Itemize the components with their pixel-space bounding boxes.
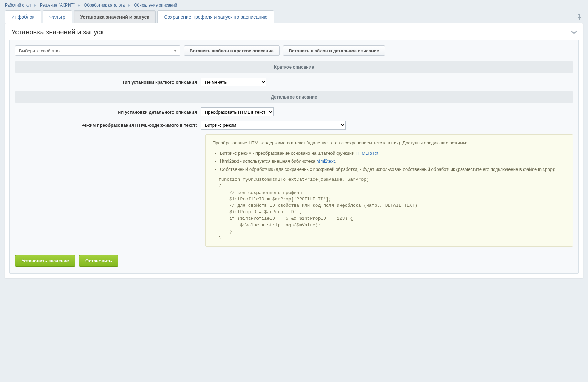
breadcrumb-item[interactable]: Рабочий стол bbox=[5, 3, 31, 8]
help-item: Html2text - используется внешняя библиот… bbox=[220, 158, 566, 165]
help-item: Собственный обработчик (для сохраненных … bbox=[220, 166, 566, 173]
detail-type-select[interactable]: Преобразовать HTML в текст bbox=[201, 107, 274, 116]
tab-set-values[interactable]: Установка значений и запуск bbox=[74, 10, 156, 23]
chevron-right-icon: ▸ bbox=[34, 3, 36, 8]
link-html2text[interactable]: html2text bbox=[316, 158, 335, 164]
chevron-right-icon: ▸ bbox=[128, 3, 130, 8]
link-htmltotxt[interactable]: HTMLToTxt bbox=[356, 151, 378, 156]
breadcrumb-item[interactable]: Обновление описаний bbox=[134, 3, 177, 8]
breadcrumb-item[interactable]: Решения "АКРИТ" bbox=[40, 3, 75, 8]
property-select[interactable]: Выберите свойство bbox=[15, 45, 180, 56]
section-short-description: Краткое описание bbox=[15, 61, 573, 73]
detail-type-label: Тип установки детального описания bbox=[15, 110, 201, 115]
short-type-label: Тип установки краткого описания bbox=[15, 80, 201, 85]
tab-save-profile[interactable]: Сохранение профиля и запуск по расписани… bbox=[157, 10, 274, 23]
apply-button[interactable]: Установить значение bbox=[15, 255, 75, 267]
section-detail-description: Детальное описание bbox=[15, 91, 573, 103]
pin-icon[interactable] bbox=[576, 12, 583, 23]
code-sample: function MyOnCustomHtmlToTextCatPrice(&$… bbox=[219, 177, 566, 241]
short-type-select[interactable]: Не менять bbox=[201, 78, 266, 86]
stop-button[interactable]: Остановить bbox=[79, 255, 118, 267]
help-intro: Преобразование HTML-содержимого в текст … bbox=[212, 140, 566, 146]
tab-filter[interactable]: Фильтр bbox=[43, 10, 72, 23]
tabs: Инфоблок Фильтр Установка значений и зап… bbox=[0, 10, 588, 23]
insert-detail-template-button[interactable]: Вставить шаблон в детальное описание bbox=[283, 45, 385, 56]
breadcrumb: Рабочий стол ▸ Решения "АКРИТ" ▸ Обработ… bbox=[0, 0, 588, 10]
tab-infoblock[interactable]: Инфоблок bbox=[5, 10, 41, 23]
insert-short-template-button[interactable]: Вставить шаблон в краткое описание bbox=[184, 45, 280, 56]
help-panel: Преобразование HTML-содержимого в текст … bbox=[205, 134, 573, 247]
collapse-icon[interactable] bbox=[571, 31, 577, 34]
chevron-right-icon: ▸ bbox=[78, 3, 80, 8]
help-item: Битрикс режим - преобразование основано … bbox=[220, 150, 566, 157]
mode-label: Режим преобразования HTML-содержимого в … bbox=[15, 123, 201, 128]
page-title: Установка значений и запуск bbox=[11, 28, 104, 36]
property-select-label: Выберите свойство bbox=[19, 48, 60, 53]
mode-select[interactable]: Битрикс режим bbox=[201, 121, 346, 130]
panel: Установка значений и запуск Выберите сво… bbox=[5, 23, 583, 278]
chevron-down-icon bbox=[174, 50, 177, 52]
breadcrumb-item[interactable]: Обработчик каталога bbox=[84, 3, 125, 8]
